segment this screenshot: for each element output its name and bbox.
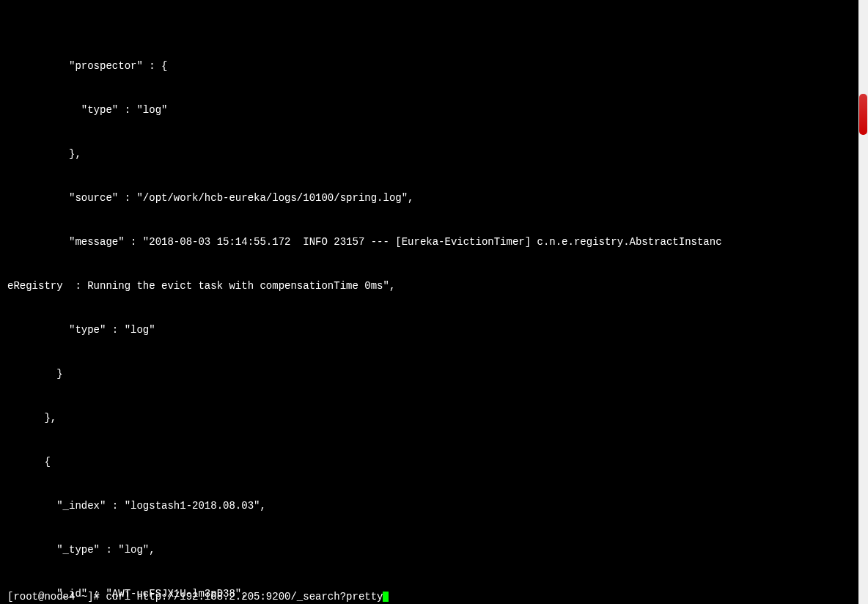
output-line: "type" : "log" <box>7 323 851 337</box>
output-line: } <box>7 367 851 381</box>
output-line: "type" : "log" <box>7 103 851 117</box>
scrollbar-thumb[interactable] <box>859 94 867 135</box>
output-line: eRegistry : Running the evict task with … <box>7 279 851 293</box>
prompt-text: [root@node4 ~]# curl http://192.168.2.20… <box>7 591 383 603</box>
terminal-window[interactable]: "prospector" : { "type" : "log" }, "sour… <box>0 0 858 604</box>
output-line: "_type" : "log", <box>7 542 851 557</box>
output-line: "source" : "/opt/work/hcb-eureka/logs/10… <box>7 191 851 205</box>
output-line: { <box>7 454 851 469</box>
command-prompt-line[interactable]: [root@node4 ~]# curl http://192.168.2.20… <box>7 589 389 604</box>
output-line: "message" : "2018-08-03 15:14:55.172 INF… <box>7 235 851 249</box>
output-line: }, <box>7 410 851 425</box>
output-line: }, <box>7 147 851 161</box>
terminal-output: "prospector" : { "type" : "log" }, "sour… <box>0 29 858 604</box>
terminal-cursor <box>383 592 389 602</box>
output-line: "prospector" : { <box>7 59 851 73</box>
output-line: "_index" : "logstash1-2018.08.03", <box>7 498 851 513</box>
vertical-scrollbar[interactable] <box>858 0 868 604</box>
